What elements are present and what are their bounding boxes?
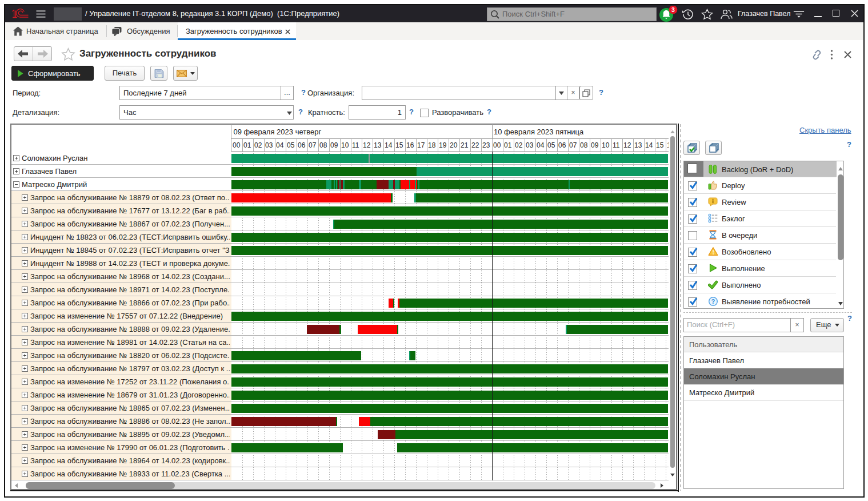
svg-text:3: 3	[671, 6, 675, 13]
svg-text:?: ?	[711, 298, 715, 305]
